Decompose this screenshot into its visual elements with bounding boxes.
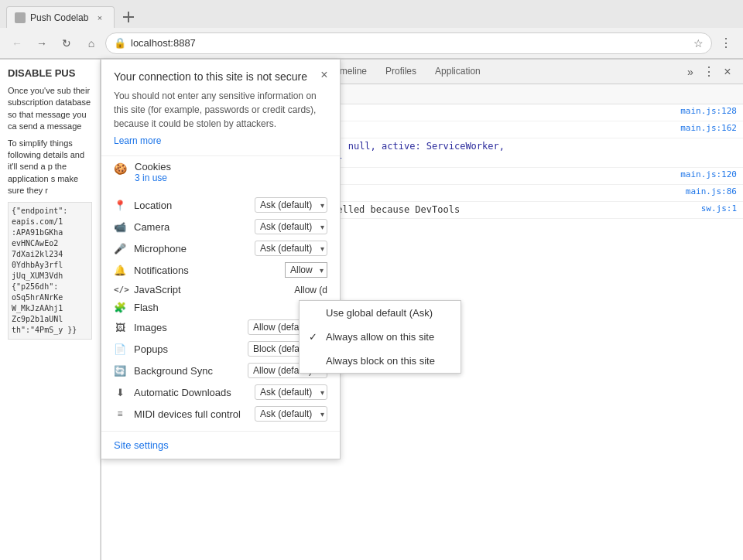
console-source[interactable]: main.js:120	[680, 169, 737, 179]
auto-downloads-select-wrapper[interactable]: Ask (default)	[255, 384, 327, 400]
cookies-sub-link[interactable]: 3 in use	[135, 172, 171, 183]
panel-header: × Your connection to this site is not se…	[101, 60, 340, 156]
active-tab[interactable]: Push Codelab ×	[6, 6, 115, 28]
address-text: localhost:8887	[131, 37, 689, 49]
notif-check-3	[309, 355, 320, 367]
cookies-label: Cookies	[135, 161, 171, 172]
notifications-label: Notifications	[134, 265, 277, 276]
javascript-value: Allow (d	[294, 285, 327, 295]
svg-rect-1	[128, 12, 129, 22]
midi-permission-row: ≡ MIDI devices full control Ask (default…	[101, 403, 340, 425]
notif-check-2: ✓	[309, 331, 320, 343]
midi-select-wrapper[interactable]: Ask (default)	[255, 406, 327, 422]
location-label: Location	[134, 200, 247, 211]
location-icon: 📍	[114, 200, 126, 211]
devtools-more-tabs[interactable]: »	[681, 63, 700, 81]
nav-bar: ← → ↻ ⌂ 🔒 localhost:8887 ☆ ⋮	[0, 28, 743, 59]
new-tab-button[interactable]	[118, 6, 139, 28]
cookies-info: Cookies 3 in use	[135, 161, 171, 183]
auto-downloads-label: Automatic Downloads	[134, 387, 247, 398]
camera-label: Camera	[134, 221, 247, 233]
camera-icon: 📹	[114, 221, 126, 233]
site-info-panel: × Your connection to this site is not se…	[101, 59, 341, 459]
notifications-icon: 🔔	[114, 265, 126, 276]
forward-button[interactable]: →	[31, 32, 53, 54]
tab-bar: Push Codelab ×	[0, 0, 743, 28]
midi-label: MIDI devices full control	[134, 408, 247, 420]
notif-option-global-default[interactable]: Use global default (Ask)	[300, 301, 461, 325]
reload-button[interactable]: ↻	[56, 32, 77, 54]
location-permission-row: 📍 Location Ask (default)	[101, 194, 340, 216]
tab-application[interactable]: Application	[426, 60, 490, 84]
flash-label: Flash	[134, 302, 293, 313]
camera-select[interactable]: Ask (default)	[255, 219, 327, 234]
browser-menu-button[interactable]: ⋮	[715, 32, 737, 54]
site-settings-link[interactable]: Site settings	[114, 439, 169, 451]
camera-select-wrapper[interactable]: Ask (default)	[255, 219, 327, 234]
microphone-label: Microphone	[134, 243, 247, 254]
address-bar[interactable]: 🔒 localhost:8887 ☆	[105, 32, 712, 54]
microphone-icon: 🎤	[114, 243, 126, 254]
images-label: Images	[134, 322, 240, 333]
tab-favicon	[15, 12, 26, 23]
page-content: DISABLE PUS Once you've sub their subscr…	[0, 60, 101, 560]
panel-desc-text: You should not enter any sensitive infor…	[114, 90, 317, 129]
console-source[interactable]: main.js:162	[680, 123, 737, 133]
popups-label: Popups	[134, 343, 240, 355]
page-heading: DISABLE PUS	[8, 67, 92, 79]
bookmark-icon[interactable]: ☆	[693, 37, 704, 50]
popups-icon: 📄	[114, 343, 126, 355]
auto-downloads-select[interactable]: Ask (default)	[255, 384, 327, 400]
microphone-permission-row: 🎤 Microphone Ask (default)	[101, 237, 340, 259]
panel-title: Your connection to this site is not secu…	[114, 70, 327, 83]
location-select[interactable]: Ask (default)	[255, 197, 327, 213]
console-source[interactable]: main.js:86	[686, 186, 737, 196]
flash-icon: 🧩	[114, 302, 126, 313]
page-body2: To simplify things following details and…	[8, 138, 92, 197]
midi-icon: ≡	[114, 408, 126, 419]
learn-more-link[interactable]: Learn more	[114, 134, 327, 148]
tab-close-button[interactable]: ×	[94, 12, 106, 24]
home-button[interactable]: ⌂	[80, 32, 102, 54]
lock-icon: 🔒	[114, 37, 126, 49]
back-button[interactable]: ←	[6, 32, 28, 54]
browser-chrome: Push Codelab × ← → ↻ ⌂ 🔒 localhost:8887 …	[0, 0, 743, 60]
notifications-dropdown: Use global default (Ask) ✓ Always allow …	[299, 300, 461, 374]
console-source[interactable]: main.js:128	[680, 106, 737, 116]
camera-permission-row: 📹 Camera Ask (default)	[101, 216, 340, 237]
microphone-select[interactable]: Ask (default)	[255, 241, 327, 256]
tab-title: Push Codelab	[30, 12, 89, 23]
microphone-select-wrapper[interactable]: Ask (default)	[255, 241, 327, 256]
images-icon: 🖼	[114, 322, 126, 333]
bg-sync-icon: 🔄	[114, 365, 126, 377]
tab-profiles[interactable]: Profiles	[376, 60, 426, 84]
midi-select[interactable]: Ask (default)	[255, 406, 327, 422]
notifications-select-wrapper[interactable]: Allow	[285, 262, 327, 278]
notif-option-global-default-label: Use global default (Ask)	[326, 307, 433, 319]
notif-option-always-allow[interactable]: ✓ Always allow on this site	[300, 325, 461, 349]
notif-option-always-allow-label: Always allow on this site	[326, 331, 434, 343]
notif-option-always-block[interactable]: Always block on this site	[300, 349, 461, 373]
notif-option-always-block-label: Always block on this site	[326, 355, 435, 367]
bg-sync-label: Background Sync	[134, 365, 240, 377]
code-block: {"endpoint": eapis.com/1 :APA91bGKha evH…	[8, 202, 92, 340]
javascript-icon: </>	[114, 285, 126, 295]
cookies-row: 🍪 Cookies 3 in use	[101, 156, 340, 188]
panel-footer: Site settings	[101, 431, 340, 459]
cookies-icon: 🍪	[114, 162, 127, 175]
console-source[interactable]: sw.js:1	[701, 203, 737, 213]
notifications-select[interactable]: Allow	[286, 263, 327, 277]
page-body1: Once you've sub their subscription datab…	[8, 85, 92, 133]
notif-check-1	[309, 307, 320, 319]
auto-downloads-permission-row: ⬇ Automatic Downloads Ask (default)	[101, 381, 340, 403]
notifications-permission-row: 🔔 Notifications Allow	[101, 259, 340, 281]
location-select-wrapper[interactable]: Ask (default)	[255, 197, 327, 213]
javascript-permission-row: </> JavaScript Allow (d	[101, 281, 340, 299]
auto-downloads-icon: ⬇	[114, 387, 126, 398]
javascript-label: JavaScript	[134, 284, 286, 295]
devtools-close-button[interactable]: ×	[718, 63, 737, 81]
panel-description: You should not enter any sensitive infor…	[114, 89, 327, 148]
panel-close-button[interactable]: ×	[317, 67, 332, 83]
devtools-options-button[interactable]: ⋮	[700, 63, 718, 81]
